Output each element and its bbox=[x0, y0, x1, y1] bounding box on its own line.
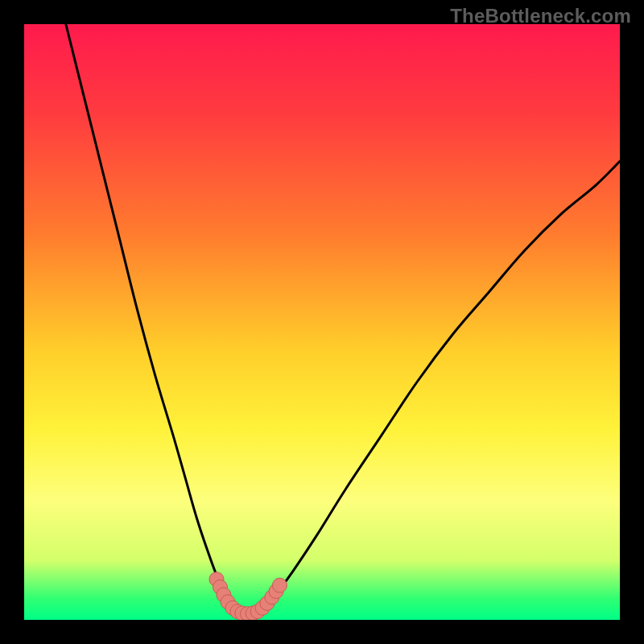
chart-svg bbox=[24, 24, 620, 620]
outer-frame: TheBottleneck.com bbox=[0, 0, 644, 644]
data-marker bbox=[272, 578, 287, 592]
gradient-background bbox=[24, 24, 620, 620]
plot-area bbox=[24, 24, 620, 620]
